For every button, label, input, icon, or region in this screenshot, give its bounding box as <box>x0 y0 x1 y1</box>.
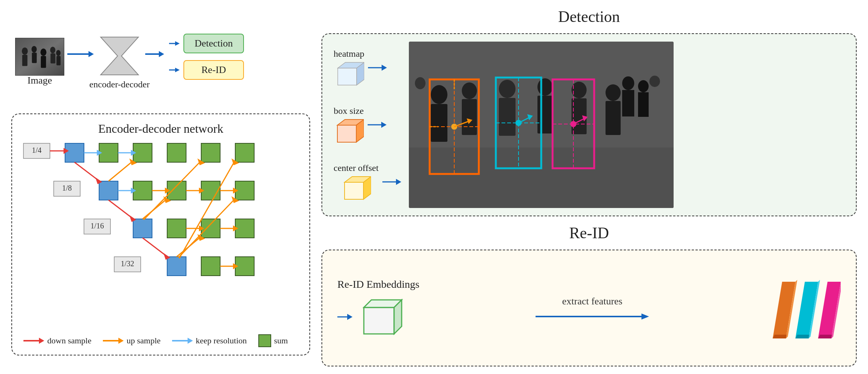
svg-point-114 <box>537 78 553 96</box>
svg-marker-105 <box>396 179 401 185</box>
legend-keep-resolution: keep resolution <box>172 336 247 346</box>
svg-point-10 <box>56 50 61 56</box>
box-size-item: box size <box>334 106 387 144</box>
feature-bars <box>765 270 841 346</box>
heatmap-arrow <box>368 65 387 71</box>
svg-point-122 <box>638 80 649 92</box>
sum-box <box>258 334 271 347</box>
svg-rect-42 <box>167 219 186 238</box>
svg-point-116 <box>571 82 587 98</box>
svg-marker-18 <box>175 41 180 46</box>
svg-marker-160 <box>818 335 833 338</box>
svg-marker-100 <box>381 122 387 128</box>
detection-image <box>409 42 674 208</box>
reid-embeddings-label: Re-ID Embeddings <box>337 278 419 290</box>
svg-point-2 <box>22 47 28 55</box>
svg-line-57 <box>109 200 132 218</box>
svg-point-6 <box>40 48 47 56</box>
arrow-to-encoder <box>67 51 94 57</box>
keep-resolution-arrow <box>172 338 193 344</box>
svg-rect-121 <box>622 90 634 116</box>
encoder-decoder-label: encoder-decoder <box>89 79 149 90</box>
main-container: Image encoder-decoder <box>0 0 868 374</box>
svg-marker-13 <box>89 51 94 57</box>
svg-rect-30 <box>99 181 118 200</box>
box-size-arrow <box>368 122 387 128</box>
feature-bars-svg <box>765 270 841 346</box>
center-offset-cube <box>341 175 371 201</box>
svg-rect-36 <box>201 143 220 162</box>
svg-marker-86 <box>39 338 44 344</box>
image-label: Image <box>28 75 52 86</box>
svg-text:1/8: 1/8 <box>62 184 72 192</box>
svg-marker-20 <box>175 68 180 72</box>
reid-output-box: Re-ID <box>183 60 244 80</box>
svg-rect-5 <box>32 53 37 63</box>
svg-marker-148 <box>364 307 394 334</box>
down-sample-arrow <box>23 338 44 344</box>
encoder-decoder-icon <box>97 35 142 77</box>
svg-line-55 <box>75 162 98 180</box>
svg-marker-147 <box>347 314 352 320</box>
input-image <box>15 38 64 76</box>
svg-marker-16 <box>159 51 164 57</box>
svg-text:1/32: 1/32 <box>121 259 134 268</box>
arrow-to-reid <box>169 68 180 72</box>
svg-point-112 <box>499 80 516 98</box>
reid-title: Re-ID <box>321 224 857 242</box>
detection-title: Detection <box>321 8 857 26</box>
top-section: Image encoder-decoder <box>15 19 303 95</box>
svg-rect-45 <box>201 257 220 276</box>
svg-marker-157 <box>795 335 811 338</box>
heatmap-cube <box>334 61 364 87</box>
svg-marker-96 <box>337 125 356 142</box>
svg-rect-109 <box>431 104 447 142</box>
detection-scene <box>409 42 674 208</box>
network-legend: down sample up sample keep resolution <box>23 334 288 347</box>
svg-point-110 <box>462 82 477 99</box>
left-panel: Image encoder-decoder <box>0 0 310 374</box>
extract-features-arrow <box>536 313 649 320</box>
svg-rect-119 <box>606 101 621 135</box>
svg-marker-88 <box>118 338 124 344</box>
center-offset-item: center offset <box>334 163 401 201</box>
svg-marker-95 <box>382 65 387 71</box>
network-grid-svg: 1/4 1/8 1/16 1/32 <box>20 140 300 298</box>
svg-point-4 <box>31 46 37 53</box>
svg-point-108 <box>431 85 447 104</box>
encoder-decoder-network: Encoder-decoder network 1/4 1/8 1/16 1/3… <box>11 113 310 355</box>
svg-marker-90 <box>188 338 193 344</box>
reid-section: Re-ID Embeddings extr <box>321 250 857 366</box>
detection-section: heatmap <box>321 33 857 216</box>
svg-marker-91 <box>338 68 357 85</box>
svg-point-124 <box>415 77 425 89</box>
svg-rect-11 <box>56 56 61 65</box>
right-panel: Detection heatmap <box>310 0 868 374</box>
up-sample-arrow <box>103 338 124 344</box>
legend-down-sample: down sample <box>23 336 92 346</box>
svg-point-8 <box>50 47 56 53</box>
svg-rect-32 <box>167 257 186 276</box>
svg-rect-115 <box>537 96 553 133</box>
svg-rect-35 <box>167 143 186 162</box>
detection-output-box: Detection <box>183 34 244 53</box>
arrow-to-outputs <box>145 51 164 57</box>
center-offset-label: center offset <box>334 163 379 173</box>
legend-sum: sum <box>258 334 288 347</box>
svg-rect-113 <box>499 98 516 136</box>
heatmap-label: heatmap <box>334 49 364 59</box>
heatmap-item: heatmap <box>334 49 387 87</box>
svg-point-125 <box>649 76 660 87</box>
network-title: Encoder-decoder network <box>20 122 302 136</box>
box-size-cube <box>334 118 364 144</box>
svg-line-65 <box>179 161 234 258</box>
svg-rect-7 <box>41 56 46 68</box>
svg-marker-101 <box>345 182 363 199</box>
svg-rect-111 <box>462 99 477 135</box>
crowd-image-svg <box>16 38 64 76</box>
reid-arrow <box>337 311 352 323</box>
svg-text:1/16: 1/16 <box>90 222 104 230</box>
svg-rect-9 <box>51 53 56 64</box>
center-offset-arrow <box>382 179 401 185</box>
reid-cube <box>360 296 405 338</box>
